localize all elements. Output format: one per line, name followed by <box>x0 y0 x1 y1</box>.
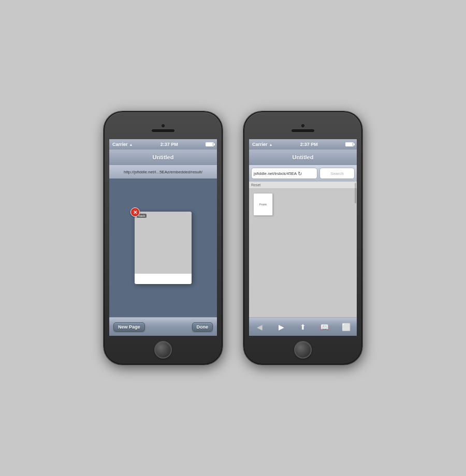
phone-2-bottom <box>244 336 361 364</box>
search-placeholder: Search <box>330 171 343 176</box>
status-bar-2: Carrier 2:37 PM <box>249 139 357 150</box>
wifi-icon-1 <box>129 142 133 147</box>
done-button[interactable]: Done <box>192 322 213 332</box>
forward-icon[interactable]: ▶ <box>273 323 289 331</box>
browser-nav-bar: ◀ ▶ ⬆ 📖 ⬜ <box>249 317 357 336</box>
battery-icon-2 <box>345 142 354 146</box>
search-input-field[interactable]: Search <box>319 168 355 179</box>
close-tab-button[interactable]: ✕ <box>130 207 140 217</box>
reset-bar: Reset <box>249 182 357 189</box>
tabs-icon[interactable]: ⬜ <box>338 323 354 331</box>
status-left-2: Carrier <box>252 142 272 147</box>
carrier-label-1: Carrier <box>112 142 128 147</box>
front-label: Front <box>259 203 267 206</box>
reset-label: Reset <box>251 183 260 187</box>
tab-switcher-content: ✕ Back <box>109 178 217 317</box>
scrollbar[interactable] <box>355 183 356 203</box>
bottom-toolbar-1: New Page Done <box>109 317 217 336</box>
url-bar-row[interactable]: http://jsfiddle.net/l...5EAz/embedded/re… <box>109 165 217 178</box>
tab-card-white-bottom <box>135 274 192 284</box>
browser-toolbar: jsfiddle.net/lrsbck/45EA ↻ Search <box>249 165 357 182</box>
home-button-2[interactable] <box>294 341 312 359</box>
status-right-1 <box>206 142 214 146</box>
phone-1-screen: Carrier 2:37 PM Untitled http://jsfiddle… <box>109 139 217 336</box>
speaker-2 <box>292 129 314 132</box>
share-icon[interactable]: ⬆ <box>295 323 311 331</box>
phone-1-top <box>105 112 222 139</box>
url-input-text: jsfiddle.net/lrsbck/45EA <box>254 171 297 176</box>
phone-2-screen: Carrier 2:37 PM Untitled jsfiddle.net/lr… <box>249 139 357 336</box>
refresh-icon[interactable]: ↻ <box>298 171 302 176</box>
new-page-button[interactable]: New Page <box>113 322 145 332</box>
home-button-1[interactable] <box>154 341 172 359</box>
camera-1 <box>162 124 165 127</box>
tab-title-bar: Untitled <box>109 150 217 165</box>
browser-content: Reset Front <box>249 182 357 317</box>
phone-1-bottom <box>105 336 222 364</box>
status-right-2 <box>345 142 354 146</box>
speaker-1 <box>152 129 174 132</box>
battery-fill-2 <box>346 143 353 146</box>
tab-card-inner: Back <box>135 212 192 284</box>
wifi-icon-2 <box>269 142 273 147</box>
phone-2: Carrier 2:37 PM Untitled jsfiddle.net/lr… <box>243 111 362 365</box>
status-left-1: Carrier <box>112 142 133 147</box>
browser-page-content: Front <box>249 189 357 317</box>
bookmarks-icon[interactable]: 📖 <box>317 323 332 331</box>
url-input-field[interactable]: jsfiddle.net/lrsbck/45EA ↻ <box>251 168 317 179</box>
status-bar-1: Carrier 2:37 PM <box>109 139 217 150</box>
tab-title-text: Untitled <box>153 154 174 160</box>
phone-1: Carrier 2:37 PM Untitled http://jsfiddle… <box>104 111 223 365</box>
battery-fill-1 <box>206 143 213 146</box>
camera-2 <box>301 124 304 127</box>
browser-title-bar: Untitled <box>249 150 357 165</box>
front-card: Front <box>253 193 273 216</box>
tab-card[interactable]: ✕ Back <box>135 212 192 284</box>
back-icon[interactable]: ◀ <box>252 323 268 331</box>
phone-2-top <box>244 112 361 139</box>
time-label-1: 2:37 PM <box>161 142 178 147</box>
time-label-2: 2:37 PM <box>300 142 318 147</box>
battery-icon-1 <box>206 142 214 146</box>
browser-title-text: Untitled <box>293 154 314 160</box>
url-text: http://jsfiddle.net/l...5EAz/embedded/re… <box>124 170 202 174</box>
carrier-label-2: Carrier <box>252 142 268 147</box>
